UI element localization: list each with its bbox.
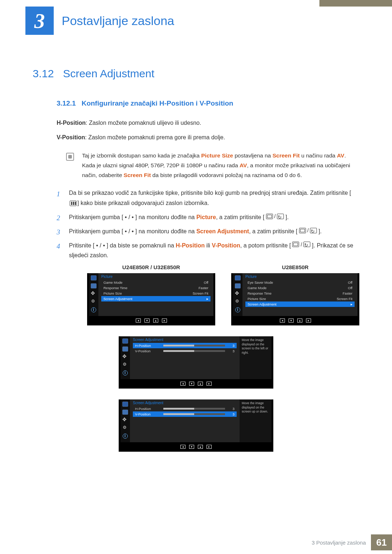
osd-picture-left: PictureGame ModeOffResponse TimeFasterPi… bbox=[87, 273, 215, 325]
note-icon bbox=[66, 153, 74, 161]
display-icon bbox=[122, 410, 128, 415]
vposition-term: V-Position bbox=[57, 134, 85, 140]
osd-vposition: Screen Adjustment H-Position3 V-Position… bbox=[119, 399, 273, 452]
step-1: 1 Da bi se prikazao vodič za funkcijske … bbox=[57, 188, 359, 208]
note-text: Taj je izbornik dostupan samo kada je zn… bbox=[82, 152, 350, 178]
osd-main: Screen Adjustment H-Position3 V-Position… bbox=[130, 336, 240, 379]
osd-item: Game ModeOff bbox=[245, 285, 355, 291]
page-number: 61 bbox=[371, 534, 392, 550]
osd-item: Response TimeFaster bbox=[245, 291, 355, 296]
osd-sidebar bbox=[89, 273, 98, 316]
osd-item: Eye Saver ModeOff bbox=[245, 280, 355, 285]
osd-navbar: ◂▾▴▸ bbox=[233, 317, 358, 323]
osd-sidebar bbox=[121, 336, 130, 379]
enter-icon-pair: / bbox=[291, 240, 311, 249]
hposition-term: H-Position bbox=[57, 120, 86, 126]
display-icon bbox=[91, 283, 97, 288]
note-block: Taj je izbornik dostupan samo kada je zn… bbox=[71, 151, 359, 180]
osd-slider: V-Position3 bbox=[133, 411, 237, 417]
section-heading: 3.12 Screen Adjustment bbox=[33, 67, 359, 80]
step-2: 2 Pritiskanjem gumba [ • / • ] na monito… bbox=[57, 212, 359, 222]
display-icon bbox=[235, 283, 241, 288]
osd-col-right: U28E850R PictureEye Saver ModeOffGame Mo… bbox=[231, 264, 359, 325]
step-number: 1 bbox=[57, 188, 60, 200]
osd-navbar: ◂▾▴▸ bbox=[121, 381, 271, 386]
osd-item: Picture SizeScreen Fit bbox=[245, 296, 355, 301]
osd-col-left: U24E850R / U32E850R PictureGame ModeOffR… bbox=[87, 264, 215, 325]
osd-item: Picture SizeScreen Fit bbox=[101, 291, 211, 296]
osd-sidebar bbox=[233, 273, 242, 316]
subsection-number: 3.12.1 bbox=[57, 99, 76, 107]
top-stripe bbox=[319, 0, 392, 7]
page-content: 3.12 Screen Adjustment 3.12.1 Konfigurir… bbox=[0, 35, 392, 452]
osd-item: Game ModeOff bbox=[101, 280, 211, 285]
info-icon bbox=[123, 434, 128, 439]
osd-label-left: U24E850R / U32E850R bbox=[87, 264, 215, 270]
return-icon bbox=[277, 214, 284, 219]
menu-icon bbox=[70, 201, 77, 206]
osd-aside: Move the image displayed on the screen t… bbox=[240, 336, 271, 379]
osd-navbar: ◂▾▴▸ bbox=[89, 317, 213, 323]
settings-icon bbox=[122, 426, 128, 431]
picture-icon bbox=[235, 275, 241, 280]
footer-text: 3 Postavljanje zaslona bbox=[312, 539, 366, 546]
hposition-definition: H-Position: Zaslon možete pomaknuti ulij… bbox=[57, 118, 359, 128]
vposition-definition: V-Position: Zaslon možete pomaknuti prem… bbox=[57, 133, 359, 142]
step-3: 3 Pritiskanjem gumba [ • / • ] na monito… bbox=[57, 226, 359, 237]
move-icon bbox=[235, 291, 241, 296]
step-number: 4 bbox=[57, 240, 60, 252]
chapter-title: Postavljanje zaslona bbox=[62, 14, 174, 28]
osd-item: Response TimeFaster bbox=[101, 285, 211, 291]
chapter-number-badge: 3 bbox=[25, 7, 54, 35]
osd-hposition: Screen Adjustment H-Position3 V-Position… bbox=[119, 336, 273, 389]
hposition-text: : Zaslon možete pomaknuti ulijevo ili ud… bbox=[86, 120, 201, 126]
subsection-heading: 3.12.1 Konfiguriranje značajki H-Positio… bbox=[57, 99, 359, 107]
picture-icon bbox=[122, 338, 128, 344]
osd-main: PictureEye Saver ModeOffGame ModeOffResp… bbox=[242, 273, 358, 316]
rect-icon bbox=[266, 214, 273, 219]
osd-navbar: ◂▾▴▸ bbox=[121, 444, 271, 450]
osd-item: Screen Adjustment bbox=[101, 296, 211, 301]
step-number: 3 bbox=[57, 226, 60, 238]
move-icon bbox=[91, 291, 97, 296]
picture-icon bbox=[122, 402, 128, 407]
move-icon bbox=[122, 354, 128, 360]
vposition-text: : Zaslon možete pomaknuti prema gore ili… bbox=[85, 134, 225, 140]
settings-icon bbox=[91, 299, 97, 304]
osd-row-top: U24E850R / U32E850R PictureGame ModeOffR… bbox=[87, 264, 359, 325]
osd-picture-right: PictureEye Saver ModeOffGame ModeOffResp… bbox=[231, 273, 359, 325]
display-icon bbox=[122, 346, 128, 352]
osd-label-right: U28E850R bbox=[231, 264, 359, 270]
step-number: 2 bbox=[57, 212, 60, 224]
info-icon bbox=[235, 307, 240, 312]
osd-sidebar bbox=[121, 399, 130, 442]
enter-icon-pair: / bbox=[298, 226, 318, 235]
return-icon bbox=[310, 228, 317, 233]
settings-icon bbox=[235, 299, 241, 304]
osd-main: Screen Adjustment H-Position3 V-Position… bbox=[130, 399, 240, 442]
page-footer: 3 Postavljanje zaslona 61 bbox=[312, 534, 392, 550]
osd-aside: Move the image displayed on the screen u… bbox=[240, 399, 271, 442]
info-icon bbox=[123, 370, 128, 376]
step-4: 4 Pritisnite [ • / • ] da biste se pomak… bbox=[57, 240, 359, 261]
osd-main: PictureGame ModeOffResponse TimeFasterPi… bbox=[98, 273, 213, 316]
steps-list: 1 Da bi se prikazao vodič za funkcijske … bbox=[57, 188, 359, 260]
osd-slider: H-Position3 bbox=[133, 343, 237, 348]
move-icon bbox=[122, 418, 128, 423]
osd-slider: V-Position3 bbox=[133, 348, 237, 354]
picture-icon bbox=[91, 275, 97, 280]
rect-icon bbox=[299, 228, 306, 233]
subsection-title: Konfiguriranje značajki H-Position i V-P… bbox=[82, 99, 233, 107]
enter-icon-pair: / bbox=[265, 212, 285, 221]
osd-slider: H-Position3 bbox=[133, 406, 237, 411]
section-number: 3.12 bbox=[33, 67, 54, 79]
settings-icon bbox=[122, 362, 128, 368]
return-icon bbox=[303, 242, 310, 247]
rect-icon bbox=[292, 242, 299, 247]
info-icon bbox=[91, 307, 96, 312]
osd-item: Screen Adjustment bbox=[245, 301, 355, 307]
section-title: Screen Adjustment bbox=[63, 67, 154, 79]
